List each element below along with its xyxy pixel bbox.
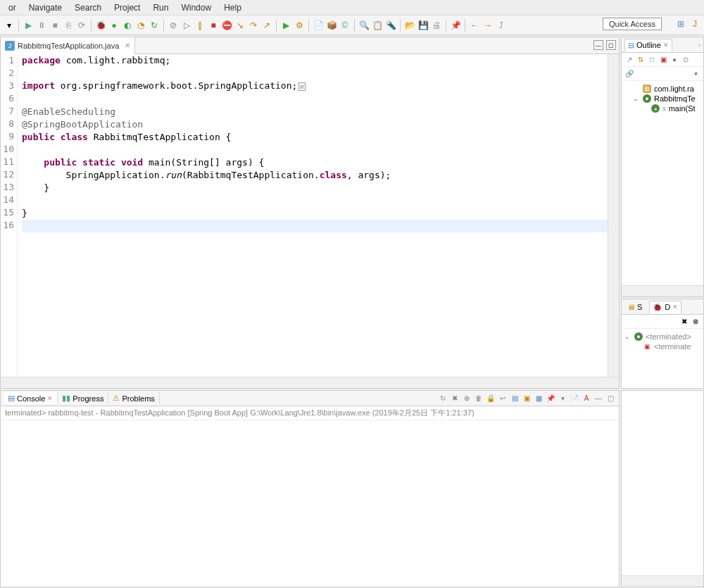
java-file-icon: J (5, 41, 15, 51)
hide-local-icon[interactable]: ⊙ (681, 55, 691, 65)
profile-icon[interactable]: ◔ (134, 19, 147, 32)
display-icon[interactable]: ▾ (557, 393, 568, 404)
close-icon[interactable]: ✕ (672, 304, 678, 311)
console-output[interactable] (1, 420, 619, 587)
maximize-icon[interactable]: ▢ (606, 40, 616, 50)
new-console-icon[interactable]: 📄 (569, 393, 580, 404)
publish-icon[interactable]: ⎘ (62, 19, 75, 32)
stop-icon[interactable]: ■ (49, 19, 61, 32)
up-icon[interactable]: ⤴ (495, 19, 508, 32)
open-file-icon[interactable]: 📂 (403, 19, 416, 32)
outline-hscroll[interactable] (622, 285, 703, 296)
show-output-icon[interactable]: ▤ (509, 393, 520, 404)
relaunch-icon[interactable]: ↻ (148, 19, 161, 32)
forward-icon[interactable]: → (482, 19, 494, 32)
clear-icon[interactable]: 🗑 (473, 393, 484, 404)
menu-run[interactable]: Run (147, 1, 174, 14)
quick-access[interactable]: Quick Access (603, 18, 662, 30)
terminate-icon[interactable]: ■ (207, 19, 220, 32)
external-icon[interactable]: ⚙ (293, 19, 306, 32)
ansi-icon[interactable]: A (581, 393, 592, 404)
servers-label: S (637, 303, 642, 311)
word-wrap-icon[interactable]: ↩ (497, 393, 508, 404)
resume-icon[interactable]: ▷ (180, 19, 193, 32)
skip-bp-icon[interactable]: ⊘ (167, 19, 180, 32)
code-content[interactable]: package com.light.rabbitmq; import org.s… (18, 54, 608, 377)
debug-tree[interactable]: ⌄●<terminated> ▣<terminate (622, 329, 703, 388)
menu-search[interactable]: Search (69, 1, 107, 14)
remove-all-icon[interactable]: ⊗ (691, 317, 700, 327)
console-tab[interactable]: ▤ Console ✕ (4, 392, 58, 404)
hide-fields-icon[interactable]: □ (647, 55, 657, 65)
minimize-icon[interactable]: — (593, 40, 603, 50)
sync-icon[interactable]: ⟳ (75, 19, 88, 32)
suspend-icon[interactable]: ‖ (194, 19, 206, 32)
dropdown-icon[interactable]: ▾ (3, 19, 15, 32)
outline-tab[interactable]: ⊟ Outline ✕ (624, 39, 672, 51)
debug-icon[interactable]: 🐞 (94, 19, 107, 32)
servers-tab[interactable]: 🖥 S (624, 301, 645, 313)
remove-launch-icon[interactable]: ✖ (449, 393, 460, 404)
max-icon[interactable]: ▢ (605, 393, 616, 404)
debug-item[interactable]: ⌄●<terminated> (624, 332, 700, 342)
package-icon[interactable]: 📦 (325, 19, 338, 32)
run-icon[interactable]: ● (108, 19, 120, 32)
debug-item[interactable]: ▣<terminate (624, 342, 700, 351)
close-icon[interactable]: ✕ (663, 42, 669, 49)
menu-navigate[interactable]: Navigate (23, 1, 68, 14)
close-icon[interactable]: ✕ (125, 42, 130, 49)
pin-console-icon[interactable]: 📌 (545, 393, 556, 404)
editor-tab-active[interactable]: J RabbitmqTestApplication.java ✕ (1, 37, 135, 54)
horizontal-scrollbar[interactable] (1, 377, 619, 388)
open-type-icon[interactable]: 🔍 (358, 19, 370, 32)
outline-item[interactable]: ⊞com.light.ra (624, 84, 700, 94)
sort-icon[interactable]: ⇅ (636, 55, 646, 65)
pin-icon[interactable]: 📌 (449, 19, 462, 32)
code-area[interactable]: 123678910111213141516 package com.light.… (1, 54, 619, 377)
remove-icon[interactable]: ✖ (679, 317, 689, 327)
step-over-icon[interactable]: ↷ (247, 19, 260, 32)
outline-item[interactable]: ⌄●RabbitmqTe (624, 94, 700, 104)
menu-help[interactable]: Help (218, 1, 247, 14)
menu-editor[interactable]: or (3, 1, 22, 14)
coverage-icon[interactable]: ◐ (121, 19, 134, 32)
outline-tree[interactable]: ⊞com.light.ra⌄●RabbitmqTe ●Smain(St (622, 81, 703, 285)
save-icon[interactable]: 💾 (417, 19, 429, 32)
menu-icon[interactable]: ▾ (691, 69, 700, 79)
link-icon[interactable]: 🔗 (624, 69, 634, 79)
line-gutter[interactable]: 123678910111213141516 (1, 54, 18, 377)
scroll-lock-icon[interactable]: 🔒 (485, 393, 496, 404)
step-into-icon[interactable]: ↘ (234, 19, 246, 32)
minimize-icon[interactable]: ▫ (698, 42, 700, 49)
search2-icon[interactable]: 🔦 (384, 19, 397, 32)
problems-tab[interactable]: ⚠ Problems (108, 392, 159, 404)
java-perspective-icon[interactable]: J (689, 18, 701, 30)
debug-tab[interactable]: 🐞 D ✕ (649, 301, 681, 313)
remove-all-launch-icon[interactable]: ⊗ (461, 393, 472, 404)
run2-icon[interactable]: ▶ (279, 19, 292, 32)
close-icon[interactable]: ✕ (47, 395, 53, 402)
print-icon[interactable]: 🖨 (430, 19, 443, 32)
disconnect-icon[interactable]: ⛔ (220, 19, 233, 32)
hide-nonpublic-icon[interactable]: ● (670, 55, 679, 65)
open-task-icon[interactable]: 📋 (371, 19, 384, 32)
pause-icon[interactable]: ⏸ (35, 19, 48, 32)
new-icon[interactable]: 📄 (312, 19, 325, 32)
step-return-icon[interactable]: ↗ (260, 19, 273, 32)
menu-project[interactable]: Project (108, 1, 146, 14)
vertical-scrollbar[interactable] (608, 54, 619, 377)
open-perspective-icon[interactable]: ⊞ (674, 18, 687, 30)
outline-item[interactable]: ●Smain(St (624, 104, 700, 113)
focus-icon[interactable]: ↗ (624, 55, 634, 65)
menu-window[interactable]: Window (175, 1, 217, 14)
terminate-relaunch-icon[interactable]: ↻ (437, 393, 448, 404)
rb-hscroll[interactable] (622, 575, 703, 587)
progress-tab[interactable]: ▮▮ Progress (58, 392, 108, 404)
open-console-icon[interactable]: ▦ (533, 393, 544, 404)
class-icon[interactable]: © (339, 19, 351, 32)
min-icon[interactable]: — (593, 393, 604, 404)
hide-static-icon[interactable]: ▣ (658, 55, 668, 65)
play-icon[interactable]: ▶ (22, 19, 34, 32)
back-icon[interactable]: ← (468, 19, 481, 32)
show-err-icon[interactable]: ▣ (521, 393, 532, 404)
